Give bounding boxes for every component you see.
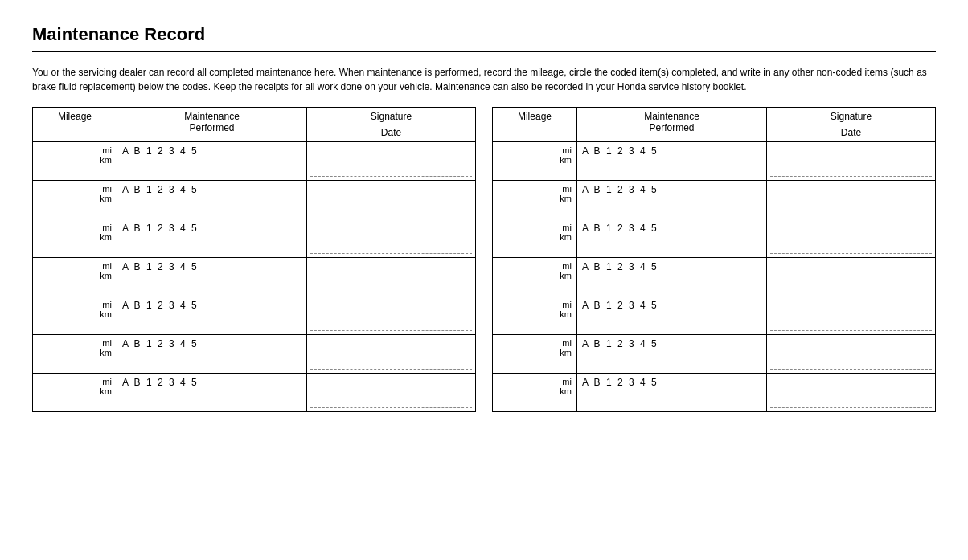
right-table-header: Mileage MaintenancePerformed Signature D… bbox=[493, 108, 936, 142]
table-row: mikmA B 1 2 3 4 5 bbox=[33, 258, 476, 296]
signature-cell[interactable] bbox=[307, 181, 476, 219]
signature-cell[interactable] bbox=[767, 181, 936, 219]
mileage-cell: mikm bbox=[493, 142, 577, 181]
left-maintenance-header: MaintenancePerformed bbox=[117, 108, 306, 142]
right-maintenance-header: MaintenancePerformed bbox=[576, 108, 766, 142]
km-label: km bbox=[560, 155, 572, 165]
km-label: km bbox=[100, 386, 112, 396]
sig-label: Signature bbox=[312, 111, 470, 122]
signature-cell[interactable] bbox=[307, 219, 476, 258]
right-mileage-header: Mileage bbox=[493, 108, 577, 142]
codes-cell: A B 1 2 3 4 5 bbox=[117, 374, 306, 412]
right-signature-header: Signature Date bbox=[767, 108, 936, 142]
table-row: mikmA B 1 2 3 4 5 bbox=[493, 181, 936, 219]
table-row: mikmA B 1 2 3 4 5 bbox=[33, 181, 476, 219]
date-label-r: Date bbox=[772, 127, 930, 138]
date-label: Date bbox=[312, 127, 470, 138]
table-row: mikmA B 1 2 3 4 5 bbox=[493, 142, 936, 181]
title-divider bbox=[32, 51, 936, 52]
page-title: Maintenance Record bbox=[32, 24, 936, 45]
km-label: km bbox=[100, 271, 112, 280]
km-label: km bbox=[560, 386, 572, 396]
codes-cell: A B 1 2 3 4 5 bbox=[117, 219, 306, 258]
mileage-cell: mikm bbox=[33, 258, 117, 296]
signature-cell[interactable] bbox=[767, 296, 936, 335]
table-row: mikmA B 1 2 3 4 5 bbox=[493, 335, 936, 374]
sig-label-r: Signature bbox=[772, 111, 930, 122]
mi-label: mi bbox=[102, 377, 112, 386]
km-label: km bbox=[100, 155, 112, 165]
km-label: km bbox=[100, 194, 112, 203]
signature-cell[interactable] bbox=[307, 142, 476, 181]
codes-cell: A B 1 2 3 4 5 bbox=[576, 374, 766, 412]
mi-label: mi bbox=[562, 223, 572, 232]
table-row: mikmA B 1 2 3 4 5 bbox=[493, 374, 936, 412]
left-signature-header: Signature Date bbox=[307, 108, 476, 142]
mileage-cell: mikm bbox=[33, 374, 117, 412]
codes-cell: A B 1 2 3 4 5 bbox=[117, 335, 306, 374]
tables-wrapper: Mileage MaintenancePerformed Signature D… bbox=[32, 107, 936, 412]
signature-cell[interactable] bbox=[767, 219, 936, 258]
left-table-header: Mileage MaintenancePerformed Signature D… bbox=[33, 108, 476, 142]
left-table: Mileage MaintenancePerformed Signature D… bbox=[32, 107, 476, 412]
signature-cell[interactable] bbox=[307, 374, 476, 412]
mileage-cell: mikm bbox=[493, 219, 577, 258]
codes-cell: A B 1 2 3 4 5 bbox=[576, 219, 766, 258]
mileage-cell: mikm bbox=[33, 335, 117, 374]
mi-label: mi bbox=[102, 300, 112, 309]
mileage-cell: mikm bbox=[493, 335, 577, 374]
mileage-cell: mikm bbox=[493, 258, 577, 296]
mi-label: mi bbox=[562, 145, 572, 155]
signature-cell[interactable] bbox=[767, 335, 936, 374]
signature-cell[interactable] bbox=[767, 142, 936, 181]
signature-cell[interactable] bbox=[307, 258, 476, 296]
intro-text: You or the servicing dealer can record a… bbox=[32, 65, 936, 94]
mi-label: mi bbox=[102, 223, 112, 232]
table-row: mikmA B 1 2 3 4 5 bbox=[33, 335, 476, 374]
km-label: km bbox=[100, 232, 112, 242]
codes-cell: A B 1 2 3 4 5 bbox=[576, 335, 766, 374]
table-row: mikmA B 1 2 3 4 5 bbox=[493, 219, 936, 258]
codes-cell: A B 1 2 3 4 5 bbox=[576, 181, 766, 219]
table-row: mikmA B 1 2 3 4 5 bbox=[493, 296, 936, 335]
signature-cell[interactable] bbox=[767, 374, 936, 412]
km-label: km bbox=[560, 194, 572, 203]
mileage-cell: mikm bbox=[33, 142, 117, 181]
mileage-cell: mikm bbox=[493, 374, 577, 412]
km-label: km bbox=[560, 271, 572, 280]
mileage-cell: mikm bbox=[493, 296, 577, 335]
mi-label: mi bbox=[562, 338, 572, 348]
mi-label: mi bbox=[562, 300, 572, 309]
mileage-cell: mikm bbox=[493, 181, 577, 219]
km-label: km bbox=[100, 348, 112, 358]
left-mileage-header: Mileage bbox=[33, 108, 117, 142]
codes-cell: A B 1 2 3 4 5 bbox=[576, 258, 766, 296]
codes-cell: A B 1 2 3 4 5 bbox=[117, 258, 306, 296]
codes-cell: A B 1 2 3 4 5 bbox=[576, 142, 766, 181]
km-label: km bbox=[100, 309, 112, 319]
mi-label: mi bbox=[102, 184, 112, 194]
table-row: mikmA B 1 2 3 4 5 bbox=[33, 142, 476, 181]
signature-cell[interactable] bbox=[307, 335, 476, 374]
mileage-cell: mikm bbox=[33, 219, 117, 258]
codes-cell: A B 1 2 3 4 5 bbox=[117, 181, 306, 219]
km-label: km bbox=[560, 232, 572, 242]
mi-label: mi bbox=[102, 261, 112, 271]
codes-cell: A B 1 2 3 4 5 bbox=[117, 142, 306, 181]
right-table: Mileage MaintenancePerformed Signature D… bbox=[492, 107, 936, 412]
mi-label: mi bbox=[562, 377, 572, 386]
signature-cell[interactable] bbox=[767, 258, 936, 296]
table-row: mikmA B 1 2 3 4 5 bbox=[33, 219, 476, 258]
mi-label: mi bbox=[562, 184, 572, 194]
mi-label: mi bbox=[102, 338, 112, 348]
codes-cell: A B 1 2 3 4 5 bbox=[576, 296, 766, 335]
km-label: km bbox=[560, 348, 572, 358]
table-row: mikmA B 1 2 3 4 5 bbox=[33, 374, 476, 412]
km-label: km bbox=[560, 309, 572, 319]
table-row: mikmA B 1 2 3 4 5 bbox=[33, 296, 476, 335]
mi-label: mi bbox=[562, 261, 572, 271]
signature-cell[interactable] bbox=[307, 296, 476, 335]
mi-label: mi bbox=[102, 145, 112, 155]
codes-cell: A B 1 2 3 4 5 bbox=[117, 296, 306, 335]
mileage-cell: mikm bbox=[33, 181, 117, 219]
